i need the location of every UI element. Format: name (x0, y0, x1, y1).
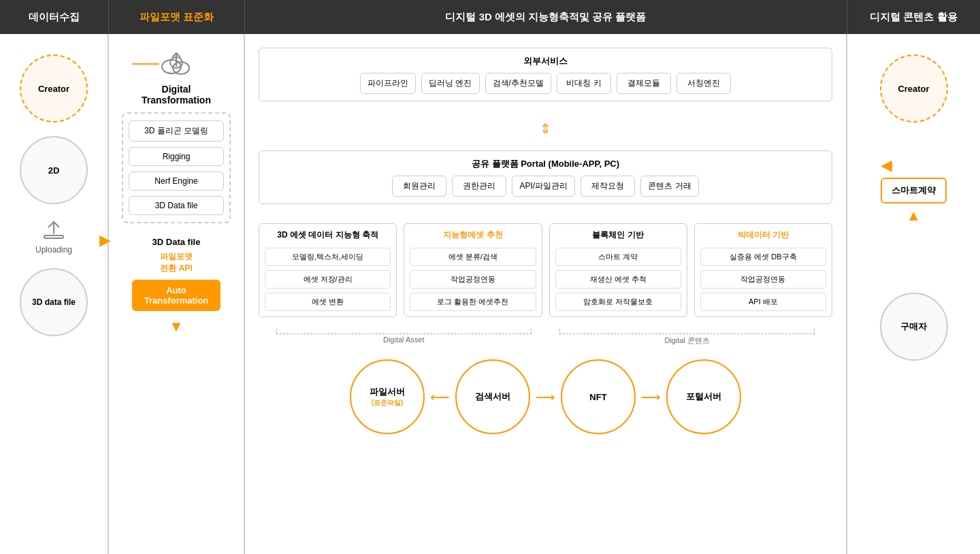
arrow-line-h (132, 63, 159, 65)
sub-box-3-item-0: 실증용 에셋 DB구축 (700, 248, 826, 266)
sub-box-0-item-2: 에셋 변환 (265, 293, 391, 311)
dt-title: Digital Transformation (142, 84, 211, 105)
ext-item-3: 비대칭 키 (557, 73, 611, 94)
circle-3d-data: 3D data file (20, 268, 88, 336)
sub-box-3: 빅데이터 기반 실증용 에셋 DB구축 작업공정연동 API 배포 (694, 223, 832, 317)
bottom-circle-1: 검색서버 (455, 359, 530, 434)
bottom-circle-3: 포털서버 (666, 359, 741, 434)
smart-contract-box: 스마트계약 (881, 178, 947, 203)
sharing-platform-section: 공유 플랫폼 Portal (Mobile-APP, PC) 회원관리 권한관리… (259, 150, 832, 204)
col-right-body: Creator ◀ 스마트계약 ▲ 구매자 (847, 34, 980, 554)
sharing-platform-items: 회원관리 권한관리 API/파일관리 제작요청 콘텐츠 거래 (266, 176, 825, 197)
external-service-items: 파이프라인 딥러닝 엔진 검색/추천모델 비대칭 키 결제모듈 서칭엔진 (266, 73, 825, 94)
sharing-item-4: 콘텐츠 거래 (640, 176, 698, 197)
uploading-label: Uploading (35, 245, 72, 255)
sub-box-3-item-1: 작업공정연동 (700, 270, 826, 289)
sub-sections-row: 3D 에셋 데이터 지능형 축적 모델링,텍스처,세이딩 에셋 저장/관리 에셋… (259, 223, 832, 317)
sub-box-0-item-1: 에셋 저장/관리 (265, 270, 391, 289)
cloud-upload-icon (159, 48, 193, 78)
digital-asset-label: Digital Asset (383, 336, 425, 344)
api-label: 파일포맷 전환 API (160, 251, 193, 274)
data-file-label: 3D Data file (152, 237, 201, 247)
bracket-line-content (559, 329, 815, 334)
bracket-line-asset (276, 329, 532, 334)
upload-area: Uploading (35, 218, 72, 255)
sub-box-0-items: 모델링,텍스처,세이딩 에셋 저장/관리 에셋 변환 (265, 248, 391, 311)
bracket-labels: Digital Asset Digital 콘텐츠 (259, 329, 832, 346)
buyer-circle: 구매자 (880, 293, 948, 361)
svg-rect-0 (44, 235, 63, 238)
sub-box-3-item-2: API 배포 (700, 293, 826, 311)
header-col3: 디지털 3D 에셋의 지능형축적및 공유 플랫폼 (245, 0, 847, 34)
data-file-section: 3D Data file 파일포맷 전환 API Auto Transforma… (132, 231, 220, 311)
digital-asset-bracket: Digital Asset (262, 329, 546, 346)
dt-box4: 3D Data file (129, 196, 224, 215)
digital-content-label: Digital 콘텐츠 (664, 336, 710, 346)
sub-box-1: 지능형에셋 추천 에셋 분류/검색 작업공정연동 로그 활용한 에셋추천 (404, 223, 542, 317)
arrow-right-middle: ▶ (99, 231, 111, 249)
sharing-platform-title: 공유 플랫폼 Portal (Mobile-APP, PC) (266, 158, 825, 170)
ext-item-2: 검색/추천모델 (485, 73, 551, 94)
sub-box-1-item-2: 로그 활용한 에셋추천 (410, 293, 536, 311)
col-fileformat-body: Digital Transformation ▶ 3D 폴리곤 모델링 Rigg… (109, 34, 245, 554)
sub-box-2: 블록체인 기반 스마트 계약 재생산 에셋 추척 암호화로 저작물보호 (549, 223, 687, 317)
top-header: 데이터수집 파일포맷 표준화 디지털 3D 에셋의 지능형축적및 공유 플랫폼 … (0, 0, 980, 34)
buyer-area: 구매자 (880, 293, 948, 361)
bottom-circle-0: 파일서버 (표준파일) (350, 359, 425, 434)
arrow-down-at: ▼ (169, 318, 184, 336)
sub-box-0: 3D 에셋 데이터 지능형 축적 모델링,텍스처,세이딩 에셋 저장/관리 에셋… (259, 223, 397, 317)
sharing-item-3: 제작요청 (581, 176, 635, 197)
sub-box-2-item-0: 스마트 계약 (555, 248, 681, 266)
arrow-right-1: ⟶ (530, 389, 561, 405)
dt-box1: 3D 폴리곤 모델링 (129, 120, 224, 142)
cloud-area (159, 48, 193, 78)
dt-box3: Nerf Engine (129, 172, 224, 191)
sub-box-2-items: 스마트 계약 재생산 에셋 추척 암호화로 저작물보호 (555, 248, 681, 311)
ext-item-1: 딥러닝 엔진 (421, 73, 479, 94)
sub-box-1-item-1: 작업공정연동 (410, 270, 536, 289)
header-col4: 디지털 콘텐츠 활용 (847, 0, 980, 34)
arrow-up-to-smart: ▲ (906, 207, 921, 225)
sub-box-2-item-1: 재생산 에셋 추척 (555, 270, 681, 289)
sub-box-0-item-0: 모델링,텍스처,세이딩 (265, 248, 391, 266)
sub-box-3-title: 빅데이터 기반 (700, 229, 826, 244)
bottom-circle-2: NFT (561, 359, 636, 434)
sharing-item-0: 회원관리 (392, 176, 446, 197)
sub-box-1-item-0: 에셋 분류/검색 (410, 248, 536, 266)
creator-circle-right: Creator (880, 54, 948, 123)
header-col2: 파일포맷 표준화 (109, 0, 245, 34)
sub-box-3-items: 실증용 에셋 DB구축 작업공정연동 API 배포 (700, 248, 826, 311)
ext-item-5: 서칭엔진 (676, 73, 731, 94)
sub-box-2-title: 블록체인 기반 (555, 229, 681, 244)
bottom-circles-row: 파일서버 (표준파일) ⟵ 검색서버 ⟶ NFT ⟶ 포털서버 (259, 356, 832, 438)
digital-content-bracket: Digital 콘텐츠 (546, 329, 830, 346)
ext-item-4: 결제모듈 (617, 73, 671, 94)
external-service-section: 외부서비스 파이프라인 딥러닝 엔진 검색/추천모델 비대칭 키 결제모듈 서칭… (259, 48, 832, 101)
ext-item-0: 파이프라인 (360, 73, 416, 94)
vert-double-arrow: ⇕ (259, 120, 832, 137)
sharing-item-1: 권한관리 (452, 176, 506, 197)
dt-box2: Rigging (129, 147, 224, 166)
sub-box-1-items: 에셋 분류/검색 작업공정연동 로그 활용한 에셋추천 (410, 248, 536, 311)
right-arrows: ◀ 스마트계약 ▲ (881, 157, 947, 225)
sub-box-2-item-2: 암호화로 저작물보호 (555, 293, 681, 311)
header-col1: 데이터수집 (0, 0, 109, 34)
arrow-right-2: ⟶ (636, 389, 666, 405)
col-platform-body: 외부서비스 파이프라인 딥러닝 엔진 검색/추천모델 비대칭 키 결제모듈 서칭… (245, 34, 847, 554)
auto-transformation-box: Auto Transformation (132, 280, 220, 311)
main-layout: Creator 2D Uploading 3D data file (0, 34, 980, 554)
arrow-left-from-platform: ◀ (881, 157, 892, 174)
sharing-item-2: API/파일관리 (512, 176, 575, 197)
arrow-left-right-0: ⟵ (425, 389, 455, 405)
creator-circle-left: Creator (20, 54, 88, 123)
col-datacollect-body: Creator 2D Uploading 3D data file (0, 34, 109, 554)
dt-dashed-box: 3D 폴리곤 모델링 Rigging Nerf Engine 3D Data f… (122, 112, 231, 223)
external-service-title: 외부서비스 (266, 55, 825, 67)
upload-icon (42, 218, 66, 242)
sub-box-1-title: 지능형에셋 추천 (410, 229, 536, 244)
circle-2d: 2D (20, 136, 88, 204)
sub-box-0-title: 3D 에셋 데이터 지능형 축적 (265, 229, 391, 244)
